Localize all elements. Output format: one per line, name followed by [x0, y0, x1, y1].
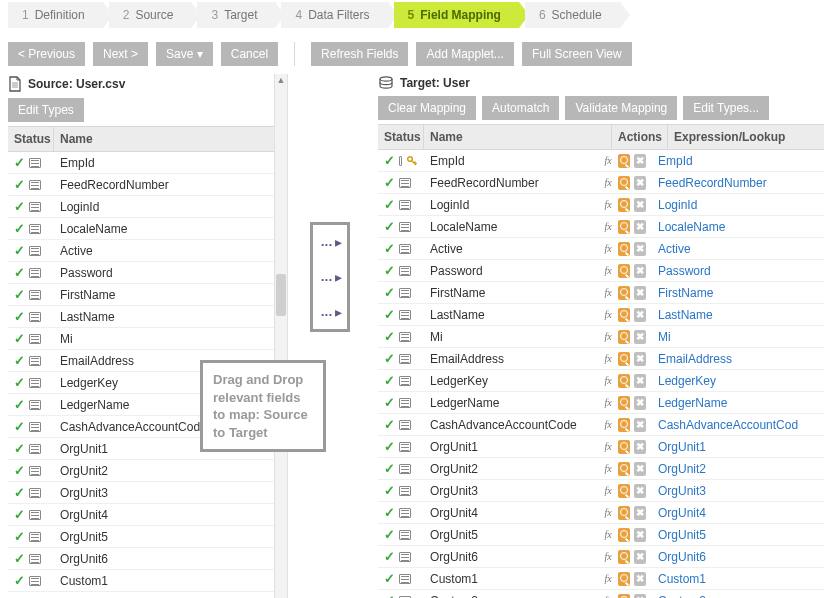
fx-icon[interactable]: fx	[602, 286, 614, 300]
expression-link[interactable]: Mi	[652, 330, 824, 344]
source-field-row[interactable]: ✓Password	[8, 262, 288, 284]
source-field-row[interactable]: ✓FeedRecordNumber	[8, 174, 288, 196]
scrollbar-thumb[interactable]	[276, 274, 286, 316]
lookup-icon[interactable]	[618, 330, 630, 344]
fx-icon[interactable]: fx	[602, 242, 614, 256]
wizard-step-field-mapping[interactable]: 5 Field Mapping	[394, 2, 519, 28]
target-field-row[interactable]: ✓FeedRecordNumberfx✖FeedRecordNumber	[378, 172, 824, 194]
target-field-row[interactable]: ✓EmpIdfx✖EmpId	[378, 150, 824, 172]
target-field-row[interactable]: ✓Passwordfx✖Password	[378, 260, 824, 282]
fx-icon[interactable]: fx	[602, 308, 614, 322]
expression-link[interactable]: FirstName	[652, 286, 824, 300]
fx-icon[interactable]: fx	[602, 484, 614, 498]
fx-icon[interactable]: fx	[602, 418, 614, 432]
lookup-icon[interactable]	[618, 264, 630, 278]
clear-icon[interactable]: ✖	[634, 154, 646, 168]
lookup-icon[interactable]	[618, 286, 630, 300]
source-field-row[interactable]: ✓OrgUnit3	[8, 482, 288, 504]
lookup-icon[interactable]	[618, 198, 630, 212]
fx-icon[interactable]: fx	[602, 374, 614, 388]
expression-link[interactable]: CashAdvanceAccountCod	[652, 418, 824, 432]
target-field-row[interactable]: ✓LocaleNamefx✖LocaleName	[378, 216, 824, 238]
fx-icon[interactable]: fx	[602, 176, 614, 190]
lookup-icon[interactable]	[618, 308, 630, 322]
automatch-button[interactable]: Automatch	[482, 96, 559, 120]
clear-icon[interactable]: ✖	[634, 330, 646, 344]
target-field-row[interactable]: ✓EmailAddressfx✖EmailAddress	[378, 348, 824, 370]
edit-types-button[interactable]: Edit Types	[8, 98, 84, 122]
expression-link[interactable]: LoginId	[652, 198, 824, 212]
fx-icon[interactable]: fx	[602, 352, 614, 366]
source-field-row[interactable]: ✓FirstName	[8, 284, 288, 306]
clear-icon[interactable]: ✖	[634, 374, 646, 388]
fx-icon[interactable]: fx	[602, 220, 614, 234]
lookup-icon[interactable]	[618, 462, 630, 476]
expression-link[interactable]: Active	[652, 242, 824, 256]
expression-link[interactable]: EmailAddress	[652, 352, 824, 366]
next-button[interactable]: Next >	[93, 42, 148, 66]
clear-icon[interactable]: ✖	[634, 286, 646, 300]
wizard-step-source[interactable]: 2 Source	[109, 2, 192, 28]
target-field-row[interactable]: ✓Custom1fx✖Custom1	[378, 568, 824, 590]
source-field-row[interactable]: ✓OrgUnit5	[8, 526, 288, 548]
clear-icon[interactable]: ✖	[634, 440, 646, 454]
edit-types-target-button[interactable]: Edit Types...	[683, 96, 769, 120]
fx-icon[interactable]: fx	[602, 594, 614, 599]
wizard-step-data-filters[interactable]: 4 Data Filters	[281, 2, 387, 28]
expression-link[interactable]: LedgerKey	[652, 374, 824, 388]
lookup-icon[interactable]	[618, 374, 630, 388]
source-field-row[interactable]: ✓LocaleName	[8, 218, 288, 240]
fx-icon[interactable]: fx	[602, 550, 614, 564]
lookup-icon[interactable]	[618, 176, 630, 190]
fx-icon[interactable]: fx	[602, 198, 614, 212]
source-field-row[interactable]: ✓Active	[8, 240, 288, 262]
expression-link[interactable]: OrgUnit6	[652, 550, 824, 564]
full-screen-view-button[interactable]: Full Screen View	[522, 42, 632, 66]
previous-button[interactable]: < Previous	[8, 42, 85, 66]
source-field-row[interactable]: ✓Mi	[8, 328, 288, 350]
expression-link[interactable]: EmpId	[652, 154, 824, 168]
clear-icon[interactable]: ✖	[634, 594, 646, 599]
wizard-step-definition[interactable]: 1 Definition	[8, 2, 103, 28]
target-field-row[interactable]: ✓LastNamefx✖LastName	[378, 304, 824, 326]
source-field-row[interactable]: ✓LoginId	[8, 196, 288, 218]
lookup-icon[interactable]	[618, 418, 630, 432]
clear-icon[interactable]: ✖	[634, 220, 646, 234]
target-field-row[interactable]: ✓Custom2fx✖Custom2	[378, 590, 824, 598]
expression-link[interactable]: LastName	[652, 308, 824, 322]
lookup-icon[interactable]	[618, 572, 630, 586]
lookup-icon[interactable]	[618, 242, 630, 256]
scroll-up-icon[interactable]: ▲	[275, 74, 287, 86]
target-field-row[interactable]: ✓LoginIdfx✖LoginId	[378, 194, 824, 216]
clear-icon[interactable]: ✖	[634, 462, 646, 476]
source-field-row[interactable]: ✓Custom1	[8, 570, 288, 592]
clear-icon[interactable]: ✖	[634, 550, 646, 564]
clear-icon[interactable]: ✖	[634, 242, 646, 256]
add-mapplet-button[interactable]: Add Mapplet...	[416, 42, 513, 66]
target-field-row[interactable]: ✓OrgUnit2fx✖OrgUnit2	[378, 458, 824, 480]
lookup-icon[interactable]	[618, 506, 630, 520]
expression-link[interactable]: Custom2	[652, 594, 824, 599]
expression-link[interactable]: Custom1	[652, 572, 824, 586]
lookup-icon[interactable]	[618, 352, 630, 366]
fx-icon[interactable]: fx	[602, 572, 614, 586]
fx-icon[interactable]: fx	[602, 264, 614, 278]
target-field-row[interactable]: ✓LedgerNamefx✖LedgerName	[378, 392, 824, 414]
fx-icon[interactable]: fx	[602, 396, 614, 410]
refresh-fields-button[interactable]: Refresh Fields	[311, 42, 408, 66]
clear-icon[interactable]: ✖	[634, 396, 646, 410]
target-field-row[interactable]: ✓FirstNamefx✖FirstName	[378, 282, 824, 304]
target-field-row[interactable]: ✓CashAdvanceAccountCodefx✖CashAdvanceAcc…	[378, 414, 824, 436]
target-field-row[interactable]: ✓OrgUnit6fx✖OrgUnit6	[378, 546, 824, 568]
source-field-row[interactable]: ✓OrgUnit2	[8, 460, 288, 482]
clear-icon[interactable]: ✖	[634, 484, 646, 498]
target-field-row[interactable]: ✓OrgUnit5fx✖OrgUnit5	[378, 524, 824, 546]
expression-link[interactable]: FeedRecordNumber	[652, 176, 824, 190]
clear-mapping-button[interactable]: Clear Mapping	[378, 96, 476, 120]
fx-icon[interactable]: fx	[602, 528, 614, 542]
source-field-row[interactable]: ✓OrgUnit6	[8, 548, 288, 570]
source-field-row[interactable]: ✓EmpId	[8, 152, 288, 174]
fx-icon[interactable]: fx	[602, 440, 614, 454]
lookup-icon[interactable]	[618, 550, 630, 564]
expression-link[interactable]: LedgerName	[652, 396, 824, 410]
